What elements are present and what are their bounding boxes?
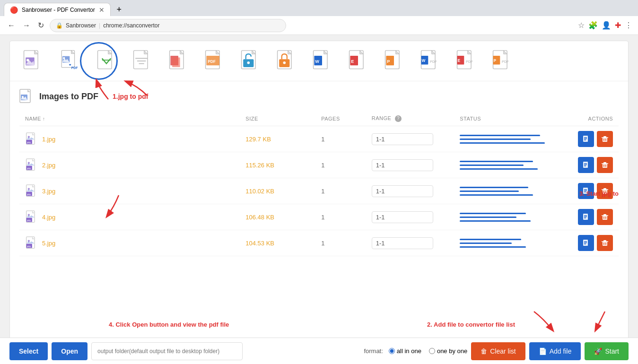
toolbar: PDF [10,41,628,81]
tool-split-pdf[interactable] [91,46,122,76]
star-icon[interactable]: ☆ [578,21,585,30]
range-input[interactable] [372,185,433,197]
tool-split-pdf-2[interactable] [127,46,157,76]
tool-protect-pdf[interactable] [271,46,301,76]
extension-icon[interactable]: ✚ [615,21,621,30]
refresh-button[interactable]: ↻ [36,19,46,32]
svg-text:JPG: JPG [27,141,31,144]
tool-img-pdf-1[interactable] [17,46,48,76]
tool-ppt-to-pdf[interactable]: P PDF [487,46,517,76]
tool-unlock-pdf[interactable] [235,46,265,76]
file-size-cell: 104.53 KB [240,230,315,256]
menu-icon[interactable]: ⋮ [625,21,632,30]
radio-group: all in one one by one [389,347,467,354]
file-pages-cell: 1 [315,230,366,256]
range-input[interactable] [372,159,433,171]
file-status-cell [454,152,555,178]
col-name[interactable]: NAME [19,112,240,126]
delete-file-button[interactable] [597,209,613,225]
tool-pdf-to-ppt[interactable]: P [379,46,409,76]
back-button[interactable]: ← [6,19,17,32]
add-file-button[interactable]: 📄 Add file [529,342,581,354]
document-icon [582,161,590,169]
tab-title: Sanbrowser - PDF Convertor [22,7,95,13]
range-input[interactable] [372,133,433,145]
tool-img-pdf-2[interactable]: PDF [55,46,86,76]
file-name-cell: JPG 3.jpg [25,184,234,198]
forward-button[interactable]: → [21,19,32,32]
table-row: JPG 4.jpg 106.48 KB 1 [19,204,619,230]
open-button[interactable]: Open [52,342,87,354]
format-area: format: all in one one by one [364,347,467,354]
select-button[interactable]: Select [9,342,48,354]
file-jpg-icon: JPG [25,184,38,198]
svg-text:P: P [493,58,496,63]
content-area: Images to PDF 1.jpg to pdf NAME SIZE PAG… [10,81,628,264]
tab-close-button[interactable]: ✕ [99,6,105,14]
table-row: JPG 1.jpg 129.7 KB 1 [19,126,619,152]
tool-excel-to-pdf[interactable]: E PDF [451,46,481,76]
app-content: PDF [9,41,629,348]
tool-pdf-to-word[interactable]: W [307,46,337,76]
svg-text:JPG: JPG [27,167,31,170]
view-file-button[interactable] [578,157,594,173]
table-row: JPG 2.jpg 115.26 KB 1 [19,152,619,178]
radio-one-by-one[interactable]: one by one [429,347,467,354]
active-tab[interactable]: 🔴 Sanbrowser - PDF Convertor ✕ [4,3,111,16]
file-pages-cell: 1 [315,178,366,204]
trash-icon [601,239,609,247]
range-help-icon[interactable]: ? [395,115,402,122]
file-range-cell [366,204,454,230]
view-file-button[interactable] [578,131,594,147]
trash-icon [601,161,609,169]
clear-list-button[interactable]: 🗑 Clear list [471,342,525,354]
svg-rect-102 [603,216,607,220]
trash-icon [601,213,609,221]
nav-bar: ← → ↻ 🔒 Sanbrowser | chrome://sanconvert… [0,16,638,35]
file-pages-cell: 1 [315,126,366,152]
svg-text:PDF: PDF [466,60,473,64]
tool-pdf-to-excel[interactable]: E [343,46,373,76]
start-button[interactable]: 🚀 Start [585,342,629,354]
file-size-cell: 129.7 KB [240,126,315,152]
radio-all-in-one[interactable]: all in one [389,347,421,354]
puzzle-icon[interactable]: 🧩 [588,21,598,30]
output-folder-input[interactable] [91,342,243,354]
delete-file-button[interactable] [597,235,613,251]
svg-text:W: W [421,58,425,63]
bottom-bar: Select Open format: all in one one by on… [0,338,638,354]
file-range-cell [366,152,454,178]
tool-compress-pdf[interactable]: PDF [199,46,229,76]
svg-text:PDF: PDF [430,60,437,64]
svg-text:PDF: PDF [502,60,509,64]
tab-bar: 🔴 Sanbrowser - PDF Convertor ✕ + [0,0,638,16]
svg-rect-104 [603,214,606,216]
file-actions-cell [556,204,619,230]
user-icon[interactable]: 👤 [602,21,611,30]
svg-text:PDF: PDF [71,66,78,69]
document-icon [582,135,590,143]
table-header: NAME SIZE PAGES RANGE ? STATUS ACTIONS [19,112,619,126]
address-bar[interactable]: 🔒 Sanbrowser | chrome://sanconvertor [50,19,286,32]
tool-merge-pdf[interactable] [163,46,193,76]
view-file-button[interactable] [578,209,594,225]
file-actions-cell [556,126,619,152]
view-file-button[interactable] [578,235,594,251]
radio-one-by-one-input[interactable] [429,348,435,354]
col-actions: ACTIONS [556,112,619,126]
file-name-cell: JPG 4.jpg [25,210,234,224]
annotation-3: 3. Start jpg to [579,190,619,197]
delete-file-button[interactable] [597,157,613,173]
range-input[interactable] [372,237,433,249]
delete-file-button[interactable] [597,131,613,147]
page-title: Images to PDF [39,92,98,102]
tool-word-to-pdf[interactable]: W PDF [415,46,445,76]
new-tab-button[interactable]: + [113,3,126,16]
svg-rect-118 [603,240,606,242]
file-table: NAME SIZE PAGES RANGE ? STATUS ACTIONS [19,112,619,256]
range-input[interactable] [372,211,433,223]
radio-all-in-one-input[interactable] [389,348,395,354]
table-row: JPG 5.jpg 104.53 KB 1 [19,230,619,256]
file-status-cell [454,126,555,152]
file-name-cell: JPG 5.jpg [25,236,234,250]
